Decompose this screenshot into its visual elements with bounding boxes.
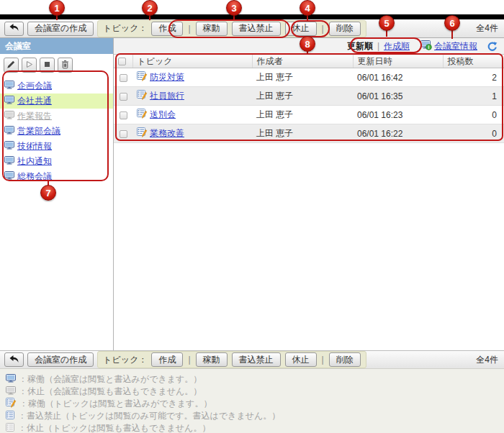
pencil-icon xyxy=(6,60,16,71)
room-link[interactable]: 社内通知 xyxy=(17,155,52,168)
legend-item: ：稼働（会議室は閲覧と書込みができます。） xyxy=(6,373,498,386)
monitor-icon xyxy=(4,96,14,106)
row-checkbox[interactable] xyxy=(120,111,127,119)
activate-room-button[interactable] xyxy=(22,58,37,73)
annotation-badge-number: 2 xyxy=(142,0,158,16)
toolbar-separator: | xyxy=(187,355,191,365)
table-row: 送別会 上田 恵子 06/01 16:23 0 xyxy=(114,106,504,124)
room-info-link[interactable]: 会議室情報 xyxy=(434,40,477,53)
sort-by-created[interactable]: 作成順 xyxy=(384,40,410,53)
monitor-icon xyxy=(4,171,14,182)
room-link[interactable]: 総務会議 xyxy=(17,170,52,183)
legend-item: ：休止（会議室は閲覧も書込もできません。） xyxy=(6,386,498,398)
topic-create-button[interactable]: 作成 xyxy=(151,22,183,36)
table-row: 社員旅行 上田 恵子 06/01 16:35 1 xyxy=(114,87,504,106)
room-list-item[interactable]: 技術情報 xyxy=(0,139,113,154)
room-link[interactable]: 作業報告 xyxy=(17,110,52,122)
legend-item: ：稼働（トピックは閲覧と書込みができます。） xyxy=(6,398,498,410)
topic-write-protect-button[interactable]: 書込禁止 xyxy=(232,22,281,36)
topic-actions-group: トピック： 作成 | 稼動 書込禁止 休止 | 削除 xyxy=(97,20,366,37)
annotation-badge-number: 5 xyxy=(379,15,395,31)
topic-link[interactable]: 防災対策 xyxy=(150,71,184,83)
topic-activate-button[interactable]: 稼動 xyxy=(196,352,228,367)
select-all-header xyxy=(114,55,132,68)
room-list: 企画会議 会社共通 作業報告 営業部会議 xyxy=(0,76,113,184)
topic-write-protect-button[interactable]: 書込禁止 xyxy=(232,352,281,367)
topic-activate-button[interactable]: 稼動 xyxy=(196,22,228,36)
top-toolbar: 会議室の作成 トピック： 作成 | 稼動 書込禁止 休止 | 削除 全4件 xyxy=(0,19,504,38)
topic-suspended-icon xyxy=(6,423,15,433)
back-arrow-icon xyxy=(9,23,19,34)
table-row: 防災対策 上田 恵子 06/01 16:42 2 xyxy=(114,68,504,87)
room-list-item[interactable]: 企画会議 xyxy=(0,78,113,94)
topic-updated: 06/01 16:35 xyxy=(353,87,443,106)
total-count: 全4件 xyxy=(476,22,498,35)
topic-updated: 06/01 16:23 xyxy=(353,106,443,124)
topic-delete-button[interactable]: 削除 xyxy=(329,352,361,367)
topic-suspend-button[interactable]: 休止 xyxy=(285,22,317,36)
topic-suspend-button[interactable]: 休止 xyxy=(285,352,317,367)
conference-room-app: 会議室の作成 トピック： 作成 | 稼動 書込禁止 休止 | 削除 全4件 会議… xyxy=(0,0,504,433)
topic-link[interactable]: 社員旅行 xyxy=(150,90,184,102)
topic-panel: 更新順 | 作成順 i 会議室情報 トピック xyxy=(114,38,504,350)
topic-link[interactable]: 業務改善 xyxy=(150,127,184,140)
room-list-item[interactable]: 総務会議 xyxy=(0,169,113,184)
suspend-room-button[interactable] xyxy=(40,58,55,73)
monitor-suspended-icon xyxy=(6,386,16,397)
legend-item: ：書込禁止（トピックは閲覧のみ可能です。書込はできません。） xyxy=(6,410,498,422)
room-link[interactable]: 技術情報 xyxy=(17,140,52,152)
top-margin xyxy=(0,0,504,14)
select-all-checkbox[interactable] xyxy=(118,58,126,65)
room-info-icon: i xyxy=(420,40,432,53)
toolbar-separator: | xyxy=(321,355,325,365)
room-link[interactable]: 会社共通 xyxy=(17,95,52,107)
play-icon xyxy=(24,60,34,71)
topic-author: 上田 恵子 xyxy=(252,106,353,124)
annotation-badge-number: 4 xyxy=(300,0,315,16)
legend: ：稼働（会議室は閲覧と書込みができます。） ：休止（会議室は閲覧も書込もできませ… xyxy=(0,369,504,433)
col-author-header: 作成者 xyxy=(252,55,353,68)
topic-link[interactable]: 送別会 xyxy=(150,109,176,121)
delete-room-button[interactable] xyxy=(58,58,73,73)
annotation-badge-number: 8 xyxy=(300,36,315,52)
row-checkbox[interactable] xyxy=(120,74,127,82)
topic-actions-group: トピック： 作成 | 稼動 書込禁止 休止 | 削除 xyxy=(97,351,366,368)
sort-by-updated[interactable]: 更新順 xyxy=(347,40,373,53)
room-link[interactable]: 企画会議 xyxy=(17,80,52,92)
legend-item: ：休止（トピックは閲覧も書込もできません。） xyxy=(6,422,498,433)
legend-text: ：休止（会議室は閲覧も書込もできません。） xyxy=(19,386,202,398)
row-checkbox[interactable] xyxy=(120,93,127,101)
back-button[interactable] xyxy=(4,22,24,36)
col-updated-header: 更新日時 xyxy=(353,55,443,68)
back-button[interactable] xyxy=(4,352,24,367)
annotation-badge-number: 1 xyxy=(49,0,65,16)
annotation-badge-tail xyxy=(307,15,308,20)
room-link[interactable]: 営業部会議 xyxy=(17,125,60,137)
topic-active-icon xyxy=(137,90,148,102)
window-top-border xyxy=(0,14,504,19)
annotation-badge-tail xyxy=(386,30,387,37)
topic-active-icon xyxy=(137,71,148,83)
room-list-item[interactable]: 会社共通 xyxy=(0,94,113,109)
row-checkbox[interactable] xyxy=(120,130,127,138)
bottom-toolbar: 会議室の作成 トピック： 作成 | 稼動 書込禁止 休止 | 削除 全4件 xyxy=(0,350,504,369)
topic-delete-button[interactable]: 削除 xyxy=(329,22,361,36)
topic-active-icon xyxy=(137,109,148,121)
topic-table: トピック 作成者 更新日時 投稿数 防災対策 xyxy=(114,54,504,143)
room-list-item[interactable]: 営業部会議 xyxy=(0,124,113,139)
annotation-badge-number: 7 xyxy=(40,185,56,201)
legend-text: ：稼働（トピックは閲覧と書込みができます。） xyxy=(19,398,212,410)
room-list-item[interactable]: 社内通知 xyxy=(0,154,113,169)
edit-room-button[interactable] xyxy=(4,58,19,73)
topic-updated: 06/01 16:22 xyxy=(353,124,443,143)
trash-icon xyxy=(60,60,70,71)
legend-text: ：休止（トピックは閲覧も書込もできません。） xyxy=(18,422,210,433)
room-list-item[interactable]: 作業報告 xyxy=(0,109,113,124)
annotation-badge-number: 6 xyxy=(444,15,460,31)
create-room-button[interactable]: 会議室の作成 xyxy=(27,22,94,36)
topic-create-button[interactable]: 作成 xyxy=(151,352,183,367)
create-room-button[interactable]: 会議室の作成 xyxy=(27,352,94,367)
stop-icon xyxy=(42,60,52,71)
refresh-icon[interactable] xyxy=(487,41,498,52)
back-arrow-icon xyxy=(9,355,19,365)
